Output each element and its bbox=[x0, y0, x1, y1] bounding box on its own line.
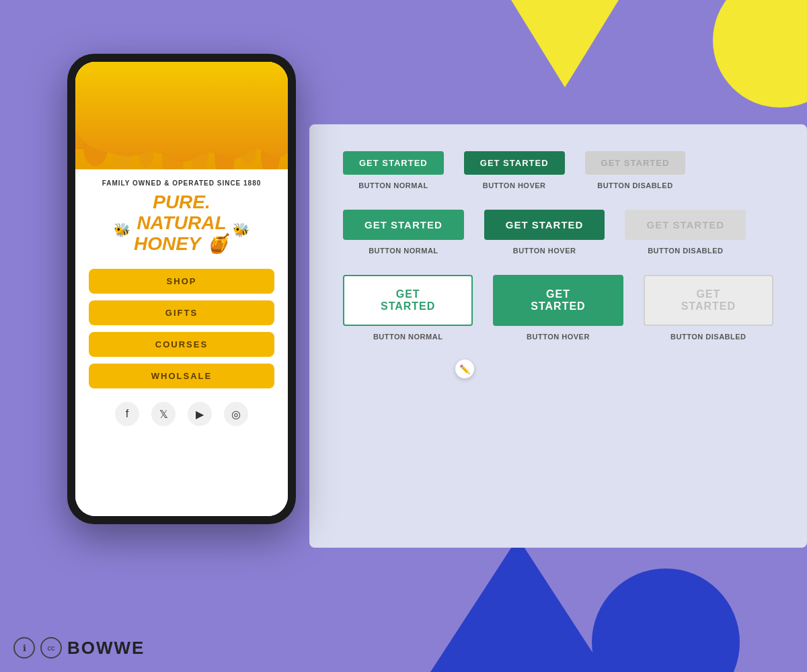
button-showcase-panel: GET STARTED BUTTON NORMAL GET STARTED BU… bbox=[309, 124, 807, 548]
button-group-large-normal: GET STARTED BUTTON NORMAL bbox=[343, 275, 473, 341]
btn-small-disabled-label: BUTTON DISABLED bbox=[597, 181, 672, 190]
btn-large-disabled-label: BUTTON DISABLED bbox=[670, 333, 746, 341]
phone-nav-courses[interactable]: COURSES bbox=[89, 332, 274, 357]
phone-title: PURE. NATURAL HONEY 🍯 bbox=[134, 192, 229, 254]
btn-large-normal[interactable]: GET STARTED bbox=[343, 275, 473, 326]
social-instagram-icon[interactable]: ◎ bbox=[224, 402, 248, 426]
phone-screen: FAMILY OWNED & OPERATED SINCE 1880 🐝 PUR… bbox=[75, 62, 288, 516]
social-twitter-icon[interactable]: 𝕏 bbox=[151, 402, 176, 426]
btn-large-disabled: GET STARTED bbox=[644, 275, 773, 326]
bg-blue-triangle bbox=[430, 538, 605, 672]
honey-drip-svg bbox=[75, 62, 288, 169]
btn-medium-disabled-label: BUTTON DISABLED bbox=[648, 247, 723, 255]
btn-large-hover[interactable]: GET STARTED bbox=[493, 275, 623, 326]
social-facebook-icon[interactable]: f bbox=[115, 402, 139, 426]
button-group-medium-disabled: GET STARTED BUTTON DISABLED bbox=[625, 210, 746, 255]
button-group-small-normal: GET STARTED BUTTON NORMAL bbox=[343, 151, 444, 190]
button-group-medium-normal: GET STARTED BUTTON NORMAL bbox=[343, 210, 464, 255]
social-links-row: f 𝕏 ▶ ◎ bbox=[115, 402, 248, 426]
btn-medium-hover[interactable]: GET STARTED bbox=[484, 210, 605, 240]
button-row-medium: GET STARTED BUTTON NORMAL GET STARTED BU… bbox=[343, 210, 773, 255]
phone-tagline: FAMILY OWNED & OPERATED SINCE 1880 bbox=[102, 179, 262, 187]
honey-drip-header bbox=[75, 62, 288, 169]
bg-yellow-circle bbox=[713, 0, 807, 108]
bee-icon-left: 🐝 bbox=[114, 222, 130, 238]
btn-small-disabled: GET STARTED bbox=[585, 151, 686, 175]
button-group-small-disabled: GET STARTED BUTTON DISABLED bbox=[585, 151, 686, 190]
bee-icon-right: 🐝 bbox=[233, 222, 249, 238]
btn-medium-normal-label: BUTTON NORMAL bbox=[369, 247, 438, 255]
btn-large-normal-label: BUTTON NORMAL bbox=[373, 333, 443, 341]
btn-medium-hover-label: BUTTON HOVER bbox=[513, 247, 576, 255]
btn-small-hover-label: BUTTON HOVER bbox=[483, 181, 546, 190]
button-group-large-hover: GET STARTED BUTTON HOVER bbox=[493, 275, 623, 341]
btn-medium-disabled: GET STARTED bbox=[625, 210, 746, 240]
bg-blue-circle bbox=[592, 569, 740, 672]
edit-cursor-icon bbox=[455, 360, 474, 378]
social-youtube-icon[interactable]: ▶ bbox=[188, 402, 212, 426]
button-group-large-disabled: GET STARTED BUTTON DISABLED bbox=[644, 275, 773, 341]
bowwe-logo: BOWWE bbox=[67, 638, 145, 659]
phone-bees-row: 🐝 PURE. NATURAL HONEY 🍯 🐝 bbox=[114, 192, 249, 267]
footer: ℹ cc BOWWE bbox=[13, 637, 145, 659]
button-row-large: GET STARTED BUTTON NORMAL GET STARTED BU… bbox=[343, 275, 773, 341]
phone-nav-shop[interactable]: SHOP bbox=[89, 269, 274, 294]
button-row-small: GET STARTED BUTTON NORMAL GET STARTED BU… bbox=[343, 151, 773, 190]
bg-yellow-triangle bbox=[511, 0, 619, 87]
btn-small-normal-label: BUTTON NORMAL bbox=[358, 181, 428, 190]
btn-large-hover-label: BUTTON HOVER bbox=[527, 333, 590, 341]
info-icon[interactable]: ℹ bbox=[13, 637, 35, 659]
phone-nav-wholesale[interactable]: WHOLSALE bbox=[89, 364, 274, 388]
btn-medium-normal[interactable]: GET STARTED bbox=[343, 210, 464, 240]
button-group-medium-hover: GET STARTED BUTTON HOVER bbox=[484, 210, 605, 255]
phone-frame: FAMILY OWNED & OPERATED SINCE 1880 🐝 PUR… bbox=[67, 54, 296, 524]
btn-small-hover[interactable]: GET STARTED bbox=[464, 151, 565, 175]
cc-icon: cc bbox=[40, 637, 62, 659]
btn-small-normal[interactable]: GET STARTED bbox=[343, 151, 444, 175]
phone-mockup: FAMILY OWNED & OPERATED SINCE 1880 🐝 PUR… bbox=[67, 54, 296, 524]
phone-content: FAMILY OWNED & OPERATED SINCE 1880 🐝 PUR… bbox=[75, 169, 288, 516]
phone-nav-gifts[interactable]: GIFTS bbox=[89, 300, 274, 325]
button-group-small-hover: GET STARTED BUTTON HOVER bbox=[464, 151, 565, 190]
